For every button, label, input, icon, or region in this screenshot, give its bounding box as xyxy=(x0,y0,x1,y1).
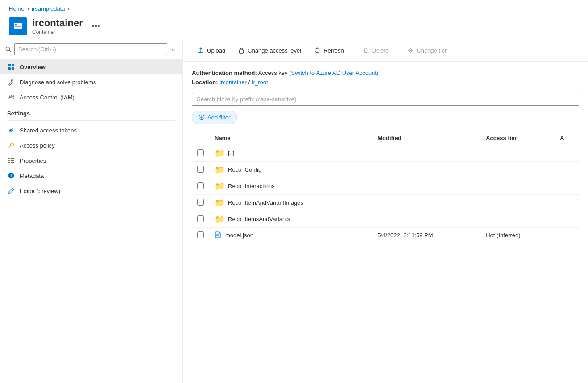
change-access-button[interactable]: Change access level xyxy=(232,44,306,57)
page-title: ircontainer xyxy=(32,17,83,29)
breadcrumb: Home › irsampledata › xyxy=(0,0,588,16)
sidebar-item-editor-label: Editor (preview) xyxy=(20,188,60,194)
delete-button[interactable]: Delete xyxy=(357,44,394,57)
row-checkbox[interactable] xyxy=(197,182,204,189)
table-row[interactable]: 📁Reco_ItemAndVariantImages xyxy=(192,194,579,211)
row-modified xyxy=(372,194,480,211)
row-checkbox[interactable] xyxy=(197,199,204,206)
row-checkbox[interactable] xyxy=(197,166,204,173)
table-row[interactable]: model.json5/4/2022, 3:11:59 PMHot (Infer… xyxy=(192,227,579,243)
sidebar-item-metadata-label: Metadata xyxy=(20,173,44,179)
svg-rect-19 xyxy=(8,162,10,163)
svg-text:i: i xyxy=(11,174,12,178)
svg-point-12 xyxy=(9,95,12,97)
auth-switch-link[interactable]: (Switch to Azure AD User Account) xyxy=(289,70,378,76)
change-tier-label: Change tier xyxy=(417,47,447,54)
sidebar-item-shared-access-label: Shared access tokens xyxy=(20,127,77,134)
row-extra xyxy=(555,227,579,243)
sidebar: « Overview Diagnose and so xyxy=(0,40,183,383)
properties-icon xyxy=(7,156,15,165)
upload-button[interactable]: Upload xyxy=(192,44,231,57)
cell-name: 📁Reco_ItemsAndVariants xyxy=(215,214,367,224)
cell-name: 📁Reco_Config xyxy=(215,165,367,175)
more-options-button[interactable]: ••• xyxy=(88,20,104,33)
row-name[interactable]: Reco_ItemsAndVariants xyxy=(228,216,290,222)
row-modified xyxy=(372,178,480,194)
svg-rect-10 xyxy=(12,67,14,70)
location-path-link[interactable]: ir_root xyxy=(252,79,268,86)
folder-icon: 📁 xyxy=(215,198,224,208)
refresh-icon xyxy=(314,47,321,54)
table-row[interactable]: 📁Reco_Config xyxy=(192,161,579,178)
cell-name: 📁Reco_ItemAndVariantImages xyxy=(215,198,367,208)
row-extra xyxy=(555,211,579,227)
row-name[interactable]: Reco_ItemAndVariantImages xyxy=(228,199,303,206)
sidebar-item-metadata[interactable]: i Metadata xyxy=(0,168,182,183)
people-icon xyxy=(7,93,15,101)
settings-divider xyxy=(7,120,175,121)
row-checkbox[interactable] xyxy=(197,215,204,222)
row-checkbox[interactable] xyxy=(197,231,204,238)
breadcrumb-parent[interactable]: irsampledata xyxy=(32,5,65,12)
folder-icon: 📁 xyxy=(215,148,224,158)
cell-name: 📁Reco_Interactions xyxy=(215,181,367,191)
sidebar-item-access-policy-label: Access policy xyxy=(20,142,55,149)
pencil-icon xyxy=(7,187,15,195)
row-name[interactable]: Reco_Interactions xyxy=(228,183,275,189)
row-extra xyxy=(555,194,579,211)
sidebar-search-input[interactable] xyxy=(14,43,167,55)
svg-rect-9 xyxy=(8,67,11,70)
location-container-link[interactable]: ircontainer xyxy=(219,79,247,86)
sidebar-collapse-button[interactable]: « xyxy=(170,44,177,55)
sidebar-item-editor[interactable]: Editor (preview) xyxy=(0,183,182,198)
sidebar-item-properties[interactable]: Properties xyxy=(0,153,182,168)
change-tier-button[interactable]: Change tier xyxy=(402,44,452,57)
add-filter-button[interactable]: Add filter xyxy=(192,111,237,124)
row-checkbox[interactable] xyxy=(197,149,204,156)
lock-icon xyxy=(238,47,245,54)
table-row[interactable]: 📁Reco_ItemsAndVariants xyxy=(192,211,579,227)
sidebar-item-shared-access[interactable]: Shared access tokens xyxy=(0,123,182,138)
row-name[interactable]: Reco_Config xyxy=(228,166,261,173)
delete-icon xyxy=(362,47,369,54)
row-modified xyxy=(372,211,480,227)
row-access-tier xyxy=(480,161,555,178)
row-name[interactable]: model.json xyxy=(225,232,253,239)
sidebar-search-bar: « xyxy=(0,40,182,59)
cell-name: model.json xyxy=(215,231,367,240)
location-label: Location: xyxy=(192,79,218,86)
search-blobs-input[interactable] xyxy=(192,93,579,106)
sidebar-item-overview[interactable]: Overview xyxy=(0,59,182,74)
svg-line-6 xyxy=(9,50,11,52)
file-icon xyxy=(215,231,222,240)
row-name[interactable]: [..] xyxy=(228,150,234,156)
table-row[interactable]: 📁[..] xyxy=(192,145,579,161)
toolbar-divider-1 xyxy=(353,45,353,56)
sidebar-item-access-control[interactable]: Access Control (IAM) xyxy=(0,90,182,105)
row-access-tier xyxy=(480,178,555,194)
toolbar-divider-2 xyxy=(398,45,398,56)
refresh-button[interactable]: Refresh xyxy=(308,44,349,57)
row-access-tier xyxy=(480,211,555,227)
delete-label: Delete xyxy=(372,47,389,54)
col-access-tier: Access tier xyxy=(480,131,555,145)
sidebar-item-overview-label: Overview xyxy=(20,64,46,70)
content-area: Authentication method: Access key (Switc… xyxy=(183,62,588,383)
svg-rect-20 xyxy=(11,162,14,163)
breadcrumb-sep1: › xyxy=(27,5,29,12)
svg-rect-7 xyxy=(8,64,11,66)
col-extra: A xyxy=(555,131,579,145)
settings-section-label: Settings xyxy=(0,105,182,119)
folder-icon: 📁 xyxy=(215,165,224,175)
overview-icon xyxy=(7,63,15,71)
svg-rect-3 xyxy=(15,26,21,27)
svg-rect-8 xyxy=(12,64,14,66)
svg-rect-2 xyxy=(15,24,17,25)
change-tier-icon xyxy=(407,47,414,54)
auth-value-text: Access key xyxy=(258,70,288,76)
sidebar-item-access-policy[interactable]: Access policy xyxy=(0,138,182,153)
table-row[interactable]: 📁Reco_Interactions xyxy=(192,178,579,194)
row-modified xyxy=(372,161,480,178)
breadcrumb-home[interactable]: Home xyxy=(9,5,25,12)
sidebar-item-diagnose[interactable]: Diagnose and solve problems xyxy=(0,74,182,90)
